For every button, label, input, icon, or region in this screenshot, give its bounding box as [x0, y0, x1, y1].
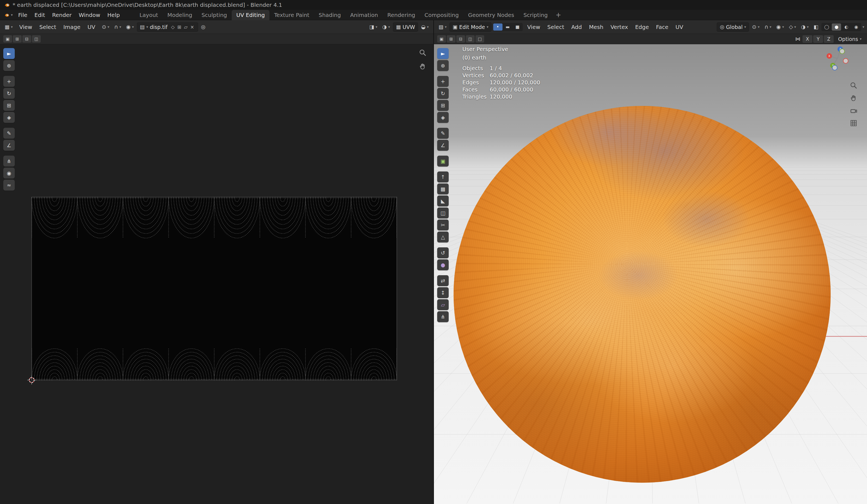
tool-select-box[interactable]: ► [437, 48, 449, 59]
image-button-open-image[interactable]: ▱ [183, 24, 188, 30]
uv-menu[interactable]: View [15, 22, 35, 32]
blender-menu-button[interactable]: ▾ [2, 11, 15, 19]
proportional-editing-dropdown[interactable]: ◉ ▾ [124, 23, 136, 31]
boolean-mode-button-new[interactable]: ▣ [437, 35, 446, 43]
editor-type-selector[interactable]: ▧ ▾ [437, 23, 448, 31]
tool-extrude-region[interactable]: ↑ [437, 172, 449, 182]
uv-menu[interactable]: Select [36, 22, 60, 32]
orthographic-grid-icon[interactable] [849, 119, 858, 127]
viewport-menu[interactable]: Vertex [607, 22, 631, 32]
workspace-tab[interactable]: Scripting [519, 10, 553, 20]
boolean-mode-button-invert[interactable]: ◫ [466, 35, 475, 43]
image-button-new-image[interactable]: ⊞ [176, 24, 182, 30]
tool-rip-region[interactable]: ⋔ [437, 311, 449, 322]
display-channels-dropdown[interactable]: ◒ ▾ [419, 23, 431, 31]
pin-image-button[interactable]: ◎ [199, 23, 208, 31]
tool-loop-cut[interactable]: ◫ [437, 208, 449, 218]
pan-hand-icon[interactable] [419, 62, 427, 70]
boolean-mode-button-invert[interactable]: ◫ [32, 35, 41, 43]
workspace-tab[interactable]: Shading [314, 10, 345, 20]
uv-image-disp-tif[interactable] [32, 197, 397, 380]
uv-map-selector[interactable]: ▦ UVW [393, 22, 418, 32]
topbar-menu[interactable]: File [15, 10, 31, 20]
tool-smooth[interactable]: ● [437, 259, 449, 270]
proportional-editing-dropdown[interactable]: ◉ ▾ [774, 23, 786, 31]
workspace-tab[interactable]: Texture Paint [269, 10, 314, 20]
workspace-tab[interactable]: Compositing [420, 10, 463, 20]
navigation-gizmo[interactable]: Z X Y [824, 45, 850, 72]
axis-x-neg-ball[interactable] [843, 58, 848, 63]
options-dropdown[interactable]: Options ▾ [836, 35, 864, 43]
tool-cursor[interactable]: ⊕ [3, 60, 15, 71]
uv-menu[interactable]: Image [60, 22, 84, 32]
mirror-axis-button[interactable]: Z [824, 35, 834, 43]
tool-shrink-fatten[interactable]: ↕ [437, 287, 449, 298]
tool-relax[interactable]: ≈ [3, 180, 15, 190]
viewport-menu[interactable]: View [524, 22, 544, 32]
topbar-menu[interactable]: Window [75, 10, 104, 20]
viewport-menu[interactable]: Add [568, 22, 586, 32]
workspace-tab[interactable]: UV Editing [232, 10, 269, 20]
earth-mesh-sphere[interactable] [453, 106, 831, 483]
uv-2d-cursor[interactable] [27, 375, 36, 385]
image-selector[interactable]: ▤ ▾ disp.tif ◇⊞▱× [137, 22, 198, 32]
tool-scale[interactable]: ⊞ [437, 100, 449, 111]
topbar-menu[interactable]: Help [104, 10, 124, 20]
tool-annotate[interactable]: ✎ [3, 128, 15, 139]
shading-mode-rendered[interactable]: ◉ [852, 23, 861, 31]
mirror-axis-button[interactable]: X [803, 35, 812, 43]
pan-hand-icon[interactable] [849, 94, 858, 102]
camera-view-icon[interactable] [849, 107, 858, 115]
uv-canvas[interactable]: ►⊕+↻⊞◈✎∠⋔◉≈ [0, 44, 434, 504]
tool-inset-faces[interactable]: ▩ [437, 184, 449, 194]
tool-edge-slide[interactable]: ⇄ [437, 275, 449, 286]
snapping-dropdown[interactable]: ∩ ▾ [112, 23, 123, 31]
workspace-tab[interactable]: Geometry Nodes [463, 10, 519, 20]
tool-poly-build[interactable]: △ [437, 231, 449, 242]
boolean-mode-button-subtract[interactable]: ⊟ [22, 35, 31, 43]
shading-mode-solid[interactable]: ● [832, 23, 841, 31]
workspace-tab[interactable]: Layout [135, 10, 163, 20]
editor-type-selector[interactable]: ▦ ▾ [3, 23, 14, 31]
select-mode-face[interactable]: ■ [513, 23, 522, 31]
overlays-toggle[interactable]: ◑ ▾ [799, 23, 811, 31]
boolean-mode-button-subtract[interactable]: ⊟ [456, 35, 465, 43]
axis-z-neg-ball[interactable] [832, 65, 837, 70]
gizmos-toggle[interactable]: ◨ ▾ [367, 23, 379, 31]
tool-move[interactable]: + [437, 76, 449, 87]
tool-grab[interactable]: ◉ [3, 168, 15, 178]
select-mode-vertex[interactable]: • [493, 23, 503, 31]
zoom-icon[interactable] [419, 48, 427, 57]
viewport-menu[interactable]: Face [653, 22, 672, 32]
tool-shear[interactable]: ▱ [437, 299, 449, 310]
viewport-menu[interactable]: Edge [631, 22, 652, 32]
workspace-tab[interactable]: Animation [345, 10, 383, 20]
viewport-menu[interactable]: UV [672, 22, 687, 32]
topbar-menu[interactable]: Edit [31, 10, 49, 20]
tool-bevel[interactable]: ◣ [437, 196, 449, 206]
boolean-mode-button-extend[interactable]: ⊞ [13, 35, 22, 43]
uv-menu[interactable]: UV [84, 22, 99, 32]
tool-rotate[interactable]: ↻ [3, 88, 15, 99]
tool-rotate[interactable]: ↻ [437, 88, 449, 99]
select-mode-edge[interactable]: ▬ [503, 23, 512, 31]
shading-mode-wireframe[interactable]: ◯ [822, 23, 831, 31]
tool-annotate[interactable]: ✎ [437, 128, 449, 139]
viewport-menu[interactable]: Mesh [585, 22, 607, 32]
tool-move[interactable]: + [3, 76, 15, 87]
transform-orientation-dropdown[interactable]: ◎ Global ▾ [717, 22, 749, 32]
tool-scale[interactable]: ⊞ [3, 100, 15, 111]
workspace-tab[interactable]: Sculpting [197, 10, 232, 20]
pivot-point-dropdown[interactable]: ⊙ ▾ [100, 23, 111, 31]
tool-select-box[interactable]: ► [3, 48, 15, 59]
tool-spin[interactable]: ↺ [437, 247, 449, 258]
viewport-canvas[interactable]: ►⊕+↻⊞◈✎∠▣↑▩◣◫✂△↺●⇄↕▱⋔ User Perspective (… [434, 44, 867, 504]
xray-toggle[interactable]: ◧ [812, 23, 821, 31]
image-button-unlink-image[interactable]: × [189, 24, 195, 30]
tool-transform[interactable]: ◈ [437, 112, 449, 123]
shading-mode-material-preview[interactable]: ◐ [842, 23, 851, 31]
tool-transform[interactable]: ◈ [3, 112, 15, 123]
tool-measure[interactable]: ∠ [437, 140, 449, 151]
add-workspace-button[interactable]: + [553, 11, 565, 19]
boolean-mode-button-intersect[interactable]: □ [475, 35, 484, 43]
